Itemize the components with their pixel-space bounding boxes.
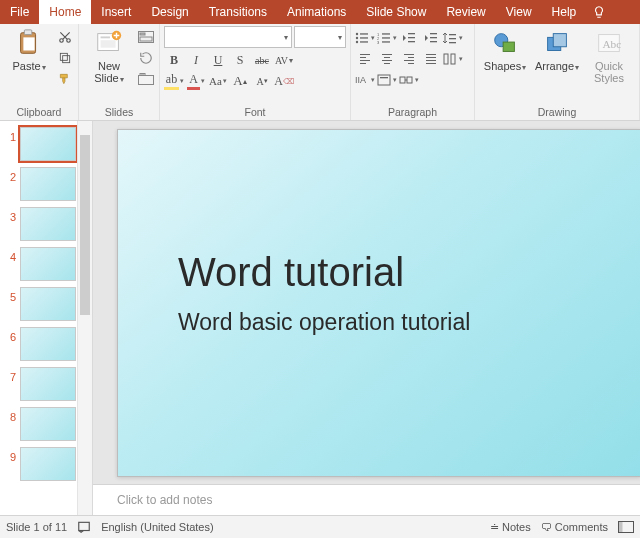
tab-design[interactable]: Design (141, 0, 198, 24)
slide-title[interactable]: Word tutorial (178, 250, 640, 295)
thumb-number: 5 (2, 287, 20, 303)
tab-file[interactable]: File (0, 0, 39, 24)
thumb-number: 7 (2, 367, 20, 383)
svg-rect-43 (407, 77, 412, 83)
strikethrough-button[interactable]: abc (252, 51, 272, 69)
section-button[interactable] (137, 70, 155, 88)
grow-font-button[interactable]: A▴ (230, 72, 250, 90)
group-label-paragraph: Paragraph (355, 105, 470, 120)
svg-rect-21 (360, 41, 368, 42)
increase-indent-button[interactable] (421, 29, 441, 47)
thumb-preview (20, 167, 76, 201)
tab-transitions[interactable]: Transitions (199, 0, 277, 24)
bullets-button[interactable]: ▾ (355, 29, 375, 47)
tab-slideshow[interactable]: Slide Show (356, 0, 436, 24)
change-case-button[interactable]: Aa▾ (208, 72, 228, 90)
quick-styles-button[interactable]: Abc QuickStyles (583, 26, 635, 86)
shapes-button[interactable]: Shapes▾ (479, 26, 531, 76)
thumbnails-scrollbar[interactable] (77, 121, 92, 515)
group-font: ▾ ▾ B I U S abc AV▾ ab▾ A▾ Aa▾ A▴ A▾ A⌫ … (160, 24, 351, 120)
align-text-button[interactable]: ▾ (377, 71, 397, 89)
new-slide-button[interactable]: NewSlide▾ (83, 26, 135, 88)
highlight-button[interactable]: ab▾ (164, 72, 184, 90)
thumb-preview (20, 327, 76, 361)
language-status[interactable]: English (United States) (101, 521, 214, 533)
font-name-combo[interactable]: ▾ (164, 26, 292, 48)
tab-view[interactable]: View (496, 0, 542, 24)
format-painter-button[interactable] (56, 70, 74, 88)
slide-canvas[interactable]: Word tutorial Word basic operation tutor… (93, 121, 640, 484)
tab-insert[interactable]: Insert (91, 0, 141, 24)
line-spacing-button[interactable]: ▾ (443, 29, 463, 47)
svg-rect-8 (101, 36, 110, 38)
numbering-button[interactable]: 123▾ (377, 29, 397, 47)
status-bar: Slide 1 of 11 English (United States) ≐ … (0, 515, 640, 538)
comments-toggle[interactable]: 🗨 Comments (541, 521, 608, 533)
align-right-button[interactable] (399, 50, 419, 68)
smartart-button[interactable]: ▾ (399, 71, 419, 89)
spellcheck-icon[interactable] (77, 520, 91, 534)
thumb-preview (20, 367, 76, 401)
text-direction-button[interactable]: IIA▾ (355, 71, 375, 89)
tab-home[interactable]: Home (39, 0, 91, 24)
tell-me-icon[interactable] (592, 5, 606, 19)
styles-icon: Abc (594, 28, 624, 58)
thumb-preview (20, 287, 76, 321)
styles-label: QuickStyles (594, 60, 624, 84)
group-label-drawing: Drawing (479, 105, 635, 120)
svg-rect-40 (378, 75, 390, 85)
svg-text:IIA: IIA (355, 75, 366, 85)
svg-rect-47 (553, 34, 566, 47)
decrease-indent-button[interactable] (399, 29, 419, 47)
columns-button[interactable]: ▾ (443, 50, 463, 68)
svg-rect-6 (60, 53, 67, 60)
thumb-preview (20, 247, 76, 281)
svg-rect-41 (380, 77, 388, 78)
underline-button[interactable]: U (208, 51, 228, 69)
svg-rect-50 (79, 522, 90, 530)
cut-button[interactable] (56, 28, 74, 46)
svg-rect-35 (449, 38, 456, 39)
char-spacing-button[interactable]: AV▾ (274, 51, 294, 69)
svg-point-18 (356, 37, 358, 39)
tab-help[interactable]: Help (542, 0, 587, 24)
group-label-font: Font (164, 105, 346, 120)
new-slide-label: NewSlide (94, 60, 120, 84)
shapes-icon (490, 28, 520, 58)
layout-button[interactable] (137, 28, 155, 46)
svg-rect-38 (451, 54, 455, 64)
normal-view-button[interactable] (618, 521, 634, 533)
thumb-preview (20, 447, 76, 481)
svg-rect-33 (430, 41, 437, 42)
font-color-button[interactable]: A▾ (186, 72, 206, 90)
menu-tabs-bar: File Home Insert Design Transitions Anim… (0, 0, 640, 24)
notes-toggle[interactable]: ≐ Notes (490, 521, 531, 534)
shadow-button[interactable]: S (230, 51, 250, 69)
bold-button[interactable]: B (164, 51, 184, 69)
svg-rect-28 (408, 33, 415, 34)
tab-animations[interactable]: Animations (277, 0, 356, 24)
main-area: 123456789 Word tutorial Word basic opera… (0, 121, 640, 515)
copy-button[interactable] (56, 49, 74, 67)
arrange-button[interactable]: Arrange▾ (531, 26, 583, 76)
justify-button[interactable] (421, 50, 441, 68)
shrink-font-button[interactable]: A▾ (252, 72, 272, 90)
italic-button[interactable]: I (186, 51, 206, 69)
clear-format-button[interactable]: A⌫ (274, 72, 294, 90)
reset-button[interactable] (137, 49, 155, 67)
paste-button[interactable]: Paste▾ (4, 26, 54, 76)
font-size-combo[interactable]: ▾ (294, 26, 346, 48)
clipboard-icon (14, 28, 44, 58)
svg-rect-32 (430, 37, 437, 38)
slide-subtitle[interactable]: Word basic operation tutorial (178, 309, 640, 336)
arrange-icon (542, 28, 572, 58)
slide-thumbnails-pane: 123456789 (0, 121, 93, 515)
notes-pane[interactable]: Click to add notes (93, 484, 640, 515)
svg-rect-9 (101, 40, 116, 48)
svg-point-20 (356, 41, 358, 43)
align-center-button[interactable] (377, 50, 397, 68)
align-left-button[interactable] (355, 50, 375, 68)
tab-review[interactable]: Review (436, 0, 495, 24)
svg-rect-52 (619, 522, 623, 533)
thumb-preview (20, 207, 76, 241)
